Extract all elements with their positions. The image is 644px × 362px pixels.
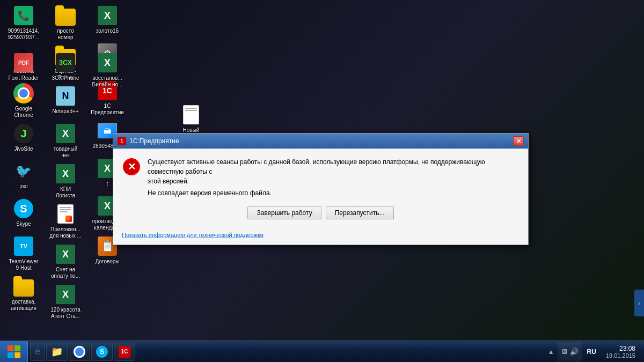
taskbar-explorer[interactable]: 📁 bbox=[46, 343, 68, 361]
right-bar-icon: › bbox=[638, 299, 641, 307]
svg-rect-1 bbox=[14, 345, 20, 351]
svg-rect-2 bbox=[8, 352, 13, 358]
svg-rect-3 bbox=[14, 352, 20, 358]
dialog-message-line2: этой версией. bbox=[148, 176, 519, 186]
dialog-message: Существуют активные сеансы работы с данн… bbox=[148, 157, 519, 198]
language-indicator[interactable]: RU bbox=[585, 348, 598, 356]
taskbar-chrome[interactable] bbox=[69, 343, 90, 361]
error-dialog: 1 1С:Предприятие ✕ ✕ Существуют активные… bbox=[113, 133, 529, 245]
taskbar-right: ▲ 🖥 🔊 RU 23:08 19.01.2015 bbox=[544, 341, 644, 362]
dialog-error-icon: ✕ bbox=[122, 157, 141, 176]
dialog-title-icon: 1 bbox=[118, 137, 126, 145]
svg-rect-0 bbox=[8, 345, 13, 351]
dialog-title-text: 1С:Предприятие bbox=[129, 137, 179, 145]
finish-work-button[interactable]: Завершить работу bbox=[247, 206, 321, 219]
dialog-link-row: Показать информацию для технической подд… bbox=[113, 226, 528, 245]
dialog-message-line1: Существуют активные сеансы работы с данн… bbox=[148, 157, 519, 176]
ie-icon: e bbox=[35, 346, 40, 357]
taskbar-skype[interactable]: S bbox=[91, 343, 113, 361]
dialog-close-button[interactable]: ✕ bbox=[513, 136, 524, 146]
clock-time: 23:08 bbox=[606, 345, 635, 352]
dialog-titlebar: 1 1С:Предприятие ✕ bbox=[113, 134, 528, 149]
error-circle: ✕ bbox=[123, 158, 140, 175]
network-icon: 🖥 bbox=[561, 348, 568, 356]
system-tray: 🖥 🔊 bbox=[558, 342, 582, 361]
tech-support-link[interactable]: Показать информацию для технической подд… bbox=[122, 232, 264, 238]
dialog-body: ✕ Существуют активные сеансы работы с да… bbox=[113, 149, 528, 202]
dialog-message-line3: Не совпадает версия временного файла. bbox=[148, 188, 519, 198]
right-bar[interactable]: › bbox=[634, 290, 644, 316]
dialog-buttons: Завершить работу Перезапустить... bbox=[113, 202, 528, 226]
dialog-overlay: 1 1С:Предприятие ✕ ✕ Существуют активные… bbox=[0, 0, 644, 341]
taskbar-chrome-icon bbox=[74, 346, 85, 358]
clock-date: 19.01.2015 bbox=[606, 352, 635, 359]
tray-expand-button[interactable]: ▲ bbox=[548, 348, 554, 356]
taskbar-skype-icon: S bbox=[96, 346, 108, 358]
explorer-icon: 📁 bbox=[51, 346, 63, 358]
restart-button[interactable]: Перезапустить... bbox=[326, 206, 394, 219]
dialog-title: 1 1С:Предприятие bbox=[118, 137, 179, 145]
taskbar-items: e 📁 S 1С bbox=[28, 341, 544, 362]
windows-logo-icon bbox=[7, 345, 21, 359]
taskbar: e 📁 S 1С ▲ 🖥 🔊 RU 23:08 19.01 bbox=[0, 341, 644, 362]
desktop: 📞 9099131414, 925937937... 🗑 Корзина Goo… bbox=[0, 0, 644, 341]
taskbar-1c[interactable]: 1С bbox=[114, 343, 135, 361]
start-button[interactable] bbox=[0, 341, 28, 363]
volume-icon: 🔊 bbox=[570, 348, 579, 356]
taskbar-1c-icon: 1С bbox=[119, 346, 130, 358]
clock[interactable]: 23:08 19.01.2015 bbox=[602, 345, 640, 359]
taskbar-ie[interactable]: e bbox=[30, 343, 45, 361]
